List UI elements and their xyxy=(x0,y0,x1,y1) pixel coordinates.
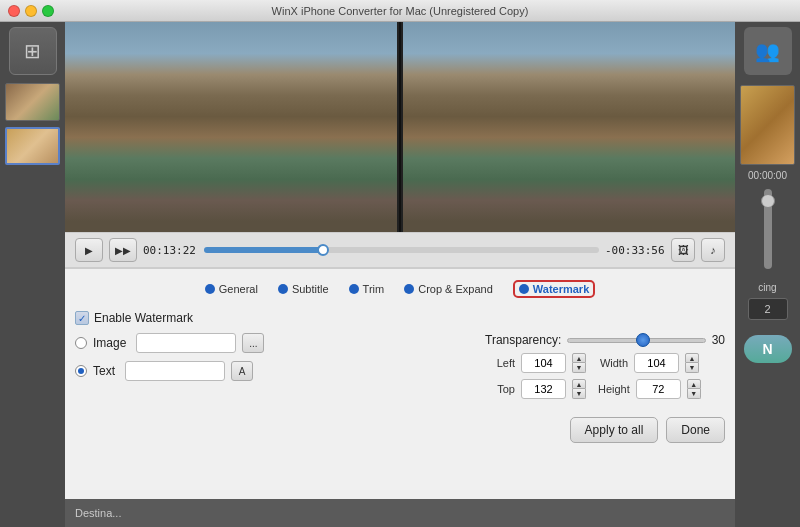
top-stepper-down[interactable]: ▼ xyxy=(572,389,586,399)
apply-to-all-button[interactable]: Apply to all xyxy=(570,417,659,443)
cing-label: cing xyxy=(758,282,776,293)
audio-icon: ♪ xyxy=(710,244,716,256)
left-stepper-up[interactable]: ▲ xyxy=(572,353,586,363)
nav-button[interactable]: N xyxy=(744,335,792,363)
left-sidebar: ⊞ xyxy=(0,22,65,527)
width-input[interactable] xyxy=(634,353,679,373)
right-vertical-slider[interactable] xyxy=(764,189,772,269)
enable-watermark-checkbox[interactable]: ✓ xyxy=(75,311,89,325)
transparency-track[interactable] xyxy=(567,338,705,343)
top-label: Top xyxy=(485,383,515,395)
destination-label: Destina... xyxy=(75,507,121,519)
text-input[interactable] xyxy=(125,361,225,381)
font-button[interactable]: A xyxy=(231,361,253,381)
watermark-panel: ✓ Enable Watermark Image ... xyxy=(75,311,725,443)
tab-subtitle-dot xyxy=(278,284,288,294)
left-input[interactable] xyxy=(521,353,566,373)
right-sidebar-thumbnail[interactable] xyxy=(740,85,795,165)
traffic-lights xyxy=(0,5,54,17)
center-content: ▶ ▶▶ 00:13:22 -00:33:56 🖼 ♪ General xyxy=(65,22,735,527)
right-sidebar-time: 00:00:00 xyxy=(748,170,787,181)
add-media-icon: ⊞ xyxy=(24,39,41,63)
window-title: WinX iPhone Converter for Mac (Unregiste… xyxy=(272,5,529,17)
progress-thumb[interactable] xyxy=(317,244,329,256)
close-button[interactable] xyxy=(8,5,20,17)
top-field-row: Top ▲ ▼ xyxy=(485,379,586,399)
video-panel-right xyxy=(403,22,735,232)
video-frame-right xyxy=(403,22,735,232)
left-settings: Image ... Text A xyxy=(75,333,470,399)
tab-general[interactable]: General xyxy=(195,277,268,301)
top-stepper-up[interactable]: ▲ xyxy=(572,379,586,389)
left-stepper[interactable]: ▲ ▼ xyxy=(572,353,586,373)
progress-track[interactable] xyxy=(204,247,599,253)
image-input[interactable] xyxy=(136,333,236,353)
screenshot-icon: 🖼 xyxy=(678,244,689,256)
image-radio[interactable] xyxy=(75,337,87,349)
right-sidebar-controls: cing 2 xyxy=(735,279,800,320)
width-stepper[interactable]: ▲ ▼ xyxy=(685,353,699,373)
right-settings: Transparency: 30 Left xyxy=(485,333,725,399)
height-field-row: Height ▲ ▼ xyxy=(598,379,701,399)
sidebar-thumbnail-2-selected[interactable] xyxy=(5,127,60,165)
video-panel-left xyxy=(65,22,397,232)
video-frame-left xyxy=(65,22,397,232)
tab-watermark-dot xyxy=(519,284,529,294)
tab-general-label: General xyxy=(219,283,258,295)
volume-button[interactable]: ♪ xyxy=(701,238,725,262)
bottom-buttons-row: Apply to all Done xyxy=(75,417,725,443)
minimize-button[interactable] xyxy=(25,5,37,17)
tab-subtitle-label: Subtitle xyxy=(292,283,329,295)
left-stepper-down[interactable]: ▼ xyxy=(572,363,586,373)
video-preview-area xyxy=(65,22,735,232)
screenshot-button[interactable]: 🖼 xyxy=(671,238,695,262)
main-layout: ⊞ ▶ ▶▶ 00:13:22 -00:33:56 🖼 xyxy=(0,22,800,527)
tab-general-dot xyxy=(205,284,215,294)
height-stepper-down[interactable]: ▼ xyxy=(687,389,701,399)
width-stepper-up[interactable]: ▲ xyxy=(685,353,699,363)
maximize-button[interactable] xyxy=(42,5,54,17)
width-stepper-down[interactable]: ▼ xyxy=(685,363,699,373)
tab-trim[interactable]: Trim xyxy=(339,277,395,301)
height-stepper-up[interactable]: ▲ xyxy=(687,379,701,389)
height-stepper[interactable]: ▲ ▼ xyxy=(687,379,701,399)
right-sidebar: 👥 00:00:00 cing 2 N xyxy=(735,22,800,527)
tab-trim-label: Trim xyxy=(363,283,385,295)
image-radio-row: Image ... xyxy=(75,333,470,353)
tab-watermark[interactable]: Watermark xyxy=(503,277,605,301)
position-row-2: Top ▲ ▼ Height xyxy=(485,379,725,399)
spinner[interactable]: 2 xyxy=(748,298,788,320)
settings-grid: Image ... Text A xyxy=(75,333,725,399)
user-avatar: 👥 xyxy=(744,27,792,75)
transparency-thumb[interactable] xyxy=(636,333,650,347)
transparency-label: Transparency: xyxy=(485,333,561,347)
transport-bar: ▶ ▶▶ 00:13:22 -00:33:56 🖼 ♪ xyxy=(65,232,735,268)
top-stepper[interactable]: ▲ ▼ xyxy=(572,379,586,399)
text-radio-row: Text A xyxy=(75,361,470,381)
text-radio[interactable] xyxy=(75,365,87,377)
nav-icon: N xyxy=(762,341,772,357)
transparency-value: 30 xyxy=(712,333,725,347)
height-input[interactable] xyxy=(636,379,681,399)
user-icon: 👥 xyxy=(755,39,780,63)
destination-bar: Destina... xyxy=(65,499,735,527)
time-remaining: -00:33:56 xyxy=(605,244,665,257)
tab-trim-dot xyxy=(349,284,359,294)
width-label: Width xyxy=(598,357,628,369)
top-input[interactable] xyxy=(521,379,566,399)
tab-crop[interactable]: Crop & Expand xyxy=(394,277,503,301)
panel-area: General Subtitle Trim Crop & Expand xyxy=(65,268,735,499)
tabs-row: General Subtitle Trim Crop & Expand xyxy=(75,277,725,301)
add-media-button[interactable]: ⊞ xyxy=(9,27,57,75)
tab-subtitle[interactable]: Subtitle xyxy=(268,277,339,301)
sidebar-thumbnail-1[interactable] xyxy=(5,83,60,121)
right-slider-thumb[interactable] xyxy=(761,194,775,208)
fast-forward-button[interactable]: ▶▶ xyxy=(109,238,137,262)
text-label: Text xyxy=(93,364,115,378)
play-button[interactable]: ▶ xyxy=(75,238,103,262)
height-label: Height xyxy=(598,383,630,395)
done-button[interactable]: Done xyxy=(666,417,725,443)
image-label: Image xyxy=(93,336,126,350)
transparency-row: Transparency: 30 xyxy=(485,333,725,347)
browse-button[interactable]: ... xyxy=(242,333,264,353)
